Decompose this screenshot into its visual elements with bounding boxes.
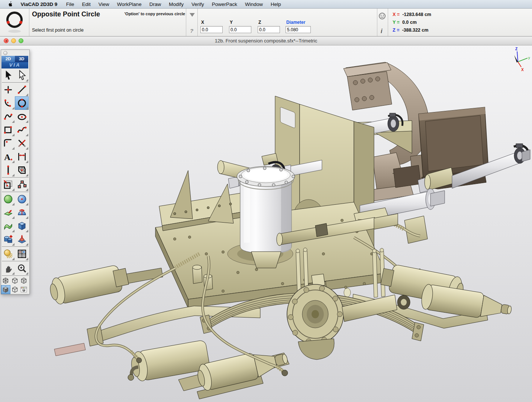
flyout-indicator xyxy=(26,93,28,96)
tool-line[interactable] xyxy=(15,83,29,96)
flyout-indicator xyxy=(26,272,28,275)
tool-conic-curve[interactable] xyxy=(1,110,15,123)
tool-palette: 2D 3D VIA xyxy=(1,50,30,294)
document-title-bar[interactable]: 12b. Front suspension composite.sfx*--Tr… xyxy=(0,36,532,45)
tool-select-open[interactable] xyxy=(15,68,29,82)
tool-extrude[interactable] xyxy=(1,206,15,219)
tool-spline[interactable] xyxy=(15,123,29,137)
view-hidden-line[interactable] xyxy=(10,276,20,285)
tool-zoom[interactable] xyxy=(15,262,29,275)
separator xyxy=(29,9,29,36)
view-wireframe-render[interactable] xyxy=(10,285,20,294)
svg-text:A: A xyxy=(4,152,10,162)
palette-close-icon[interactable] xyxy=(3,51,7,55)
tool-dimension[interactable] xyxy=(15,150,29,163)
document-title: 12b. Front suspension composite.sfx*--Tr… xyxy=(0,36,532,45)
point-icon xyxy=(3,84,14,95)
tool-segment[interactable] xyxy=(1,163,15,177)
render-window-icon xyxy=(20,285,28,294)
flyout-indicator xyxy=(26,258,28,260)
tracking-point-icon[interactable] xyxy=(378,12,386,20)
menu-workplane[interactable]: WorkPlane xyxy=(113,1,145,7)
tool-options-bar: Opposite Point Circle 'Option' to copy p… xyxy=(0,9,532,36)
menu-file[interactable]: File xyxy=(62,1,78,7)
flyout-indicator xyxy=(12,243,14,246)
field-label-y: Y xyxy=(230,20,233,25)
tab-2d[interactable]: 2D xyxy=(1,56,15,62)
help-icon[interactable]: ? xyxy=(190,28,193,34)
axis-y-label: y xyxy=(528,56,530,60)
tool-trim[interactable] xyxy=(15,137,29,150)
shaded-cube-icon xyxy=(1,285,10,294)
tool-circle-opposite-point[interactable] xyxy=(15,96,29,110)
tool-title: Opposite Point Circle xyxy=(32,10,100,18)
tool-point[interactable] xyxy=(1,83,15,96)
hidden-line-cube-icon xyxy=(11,277,19,285)
palette-divider xyxy=(2,82,29,83)
y-input[interactable] xyxy=(229,26,251,33)
field-label-diameter: Diameter xyxy=(286,20,305,25)
menu-help[interactable]: Help xyxy=(267,1,285,7)
flyout-indicator xyxy=(26,243,28,246)
view-wireframe[interactable] xyxy=(1,276,10,285)
tool-text[interactable]: A xyxy=(1,150,15,163)
tool-select[interactable] xyxy=(1,68,15,82)
tool-options-dropdown-icon[interactable] xyxy=(190,13,195,17)
tool-hint: 'Option' to copy previous circle xyxy=(112,12,185,16)
minimize-button[interactable] xyxy=(11,38,16,43)
menu-verify[interactable]: Verify xyxy=(187,1,208,7)
diameter-input[interactable] xyxy=(286,26,311,33)
palette-tabs: 2D 3D VIA xyxy=(1,56,28,68)
tool-viewport-layout[interactable] xyxy=(15,247,29,261)
coord-x-axis: X xyxy=(393,12,396,17)
tool-edit-points[interactable] xyxy=(15,178,29,191)
view-shaded[interactable] xyxy=(1,285,10,294)
palette-divider xyxy=(2,275,29,276)
tool-sphere-blue[interactable] xyxy=(15,192,29,206)
menu-draw[interactable]: Draw xyxy=(145,1,165,7)
tool-render-options[interactable] xyxy=(1,247,15,261)
tab-3d[interactable]: 3D xyxy=(15,56,28,62)
view-render-window[interactable] xyxy=(19,285,29,294)
t ool-ellipse[interactable] xyxy=(15,110,29,123)
palette-divider xyxy=(2,177,29,178)
x-input[interactable] xyxy=(200,26,223,33)
tool-loft-surface[interactable] xyxy=(1,219,15,233)
tool-arc[interactable] xyxy=(1,96,15,110)
coordinate-readout: X =-1283.648 cm Y =0.0 cm Z =-388.322 cm xyxy=(393,11,431,34)
zoom-button[interactable] xyxy=(19,38,23,43)
viewport-3d[interactable]: Z y X xyxy=(0,45,532,402)
view-hidden-dashed[interactable] xyxy=(19,276,29,285)
info-icon[interactable]: i xyxy=(381,28,382,35)
close-button[interactable] xyxy=(4,38,9,43)
tool-sphere-green[interactable] xyxy=(1,192,15,206)
separator xyxy=(197,9,198,36)
flyout-indicator xyxy=(12,203,14,205)
menu-modify[interactable]: Modify xyxy=(165,1,188,7)
separator xyxy=(377,9,377,36)
menu-edit[interactable]: Edit xyxy=(78,1,94,7)
tool-fillet-corner[interactable] xyxy=(1,137,15,150)
apple-icon xyxy=(7,1,13,7)
menu-app-name[interactable]: ViaCAD 2D3D 9 xyxy=(17,1,62,7)
flyout-indicator xyxy=(26,174,28,176)
menu-window[interactable]: Window xyxy=(241,1,267,7)
flyout-indicator xyxy=(12,188,14,191)
menu-powerpack[interactable]: PowerPack xyxy=(208,1,241,7)
apple-menu[interactable] xyxy=(4,1,17,7)
tool-pan[interactable] xyxy=(1,262,15,275)
coord-x-value: -1283.648 cm xyxy=(400,12,431,17)
z-input[interactable] xyxy=(258,26,280,33)
coord-y-row: Y =0.0 cm xyxy=(393,19,431,26)
palette-divider xyxy=(2,192,29,192)
tool-move-copy[interactable] xyxy=(1,178,15,191)
tool-hatch[interactable] xyxy=(15,163,29,177)
menu-view[interactable]: View xyxy=(94,1,113,7)
flyout-indicator xyxy=(12,107,14,109)
tool-revolve[interactable] xyxy=(15,206,29,219)
tool-rectangle[interactable] xyxy=(1,123,15,137)
tool-boolean-add[interactable] xyxy=(1,233,15,246)
tool-cube-solid[interactable] xyxy=(15,219,29,233)
tool-boolean-subtract[interactable] xyxy=(15,233,29,246)
coord-y-value: 0.0 cm xyxy=(400,20,417,25)
